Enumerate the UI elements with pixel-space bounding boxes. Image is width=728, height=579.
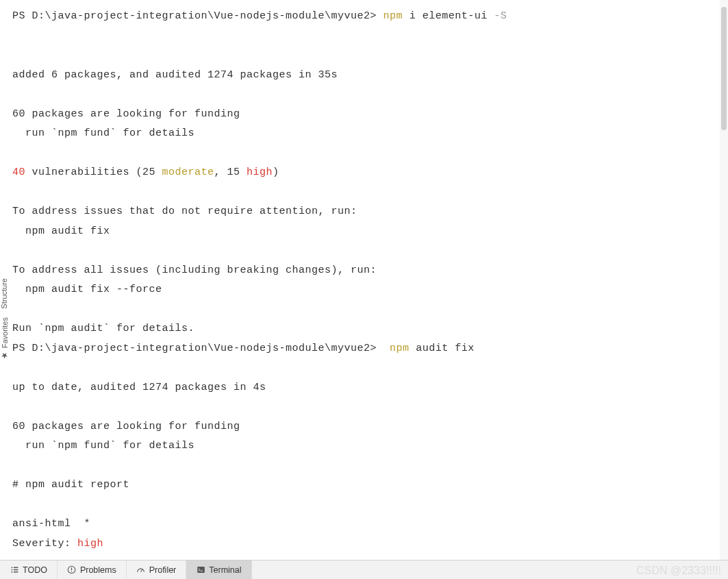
tab-terminal[interactable]: Terminal	[186, 560, 251, 579]
tab-label: Profiler	[149, 565, 177, 575]
terminal-line	[12, 300, 716, 320]
terminal-line	[12, 397, 716, 417]
terminal-line	[12, 241, 716, 261]
terminal-line: Run `npm audit` for details.	[12, 319, 716, 339]
terminal-line	[12, 144, 716, 164]
tab-todo[interactable]: TODO	[0, 560, 58, 579]
tab-profiler[interactable]: Profiler	[127, 560, 187, 579]
tab-problems[interactable]: Problems	[58, 560, 127, 579]
terminal-line: up to date, audited 1274 packages in 4s	[12, 378, 716, 398]
vuln-count: 40	[12, 167, 25, 178]
terminal-icon	[196, 565, 205, 575]
terminal-line: PS D:\java-project-integration\Vue-nodej…	[12, 339, 716, 359]
terminal-line	[12, 85, 716, 105]
terminal-line: To address issues that do not require at…	[12, 202, 716, 222]
terminal-line	[12, 27, 716, 47]
terminal-line: run `npm fund` for details	[12, 124, 716, 144]
terminal-line: npm audit fix	[12, 222, 716, 242]
terminal-line: 60 packages are looking for funding	[12, 417, 716, 437]
terminal-line: PS D:\java-project-integration\Vue-nodej…	[12, 7, 716, 27]
terminal-line: Severity: high	[12, 534, 716, 554]
vuln-high: high	[247, 167, 273, 178]
scrollbar-thumb[interactable]	[721, 7, 727, 130]
left-sidebar: Structure ★ Favorites	[0, 274, 10, 558]
cmd-tool: npm	[390, 343, 410, 354]
terminal-line: To address all issues (including breakin…	[12, 261, 716, 281]
terminal-line	[12, 456, 716, 476]
terminal-line: 60 packages are looking for funding	[12, 105, 716, 125]
terminal-line: run `npm fund` for details	[12, 436, 716, 456]
svg-rect-1	[71, 567, 72, 570]
terminal-line: npm audit fix --force	[12, 280, 716, 300]
svg-line-3	[141, 569, 142, 572]
tool-window-bar: TODO Problems Profiler Terminal	[0, 560, 728, 579]
terminal-line: ansi-html *	[12, 515, 716, 534]
terminal-line	[12, 46, 716, 66]
tab-label: TODO	[23, 565, 47, 575]
star-icon: ★	[0, 351, 10, 360]
terminal-line: 40 vulnerabilities (25 moderate, 15 high…	[12, 163, 716, 183]
vuln-moderate: moderate	[162, 167, 214, 178]
tab-label: Problems	[80, 565, 116, 575]
terminal-line	[12, 495, 716, 515]
terminal-line: added 6 packages, and audited 1274 packa…	[12, 66, 716, 86]
terminal-output[interactable]: PS D:\java-project-integration\Vue-nodej…	[0, 0, 728, 560]
terminal-line: # npm audit report	[12, 476, 716, 495]
terminal-line	[12, 183, 716, 203]
vertical-scrollbar[interactable]	[720, 0, 728, 560]
gauge-icon	[136, 565, 146, 575]
cmd-flag: -S	[494, 10, 507, 22]
cmd-tool: npm	[384, 10, 403, 22]
tab-label: Terminal	[209, 565, 241, 575]
svg-rect-4	[197, 567, 205, 573]
sidebar-favorites[interactable]: ★ Favorites	[0, 313, 10, 365]
warning-icon	[67, 565, 77, 575]
severity-value: high	[77, 538, 103, 550]
list-icon	[10, 565, 19, 575]
terminal-line	[12, 358, 716, 378]
sidebar-structure[interactable]: Structure	[0, 274, 8, 313]
svg-rect-2	[71, 571, 72, 571]
